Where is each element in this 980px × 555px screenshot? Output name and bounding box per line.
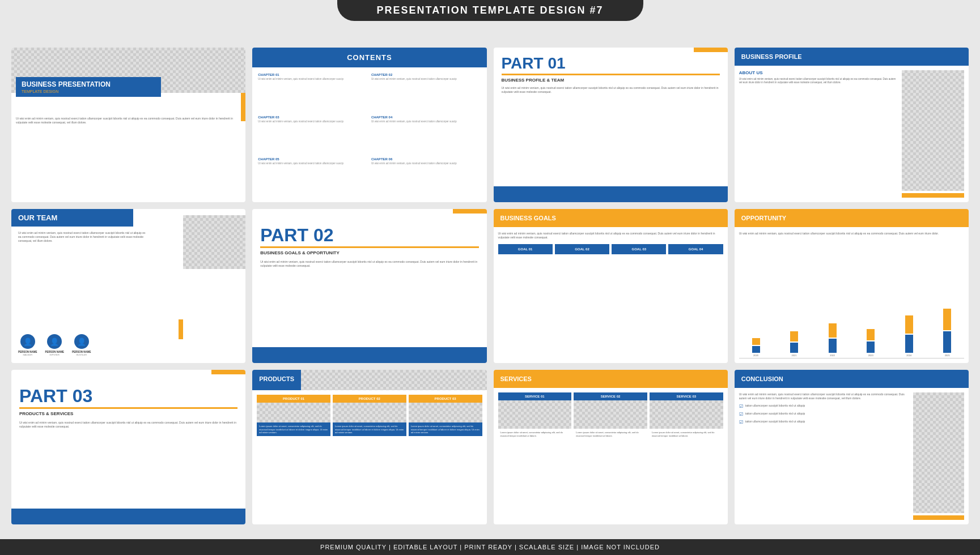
chart-group-2022: 2022 <box>816 239 850 357</box>
chart-group-2023: 2023 <box>854 239 888 357</box>
slide1-yellow-accent <box>241 93 245 121</box>
slide6-body: Ut wisi enim ad minim veniam, quis nostr… <box>260 260 478 342</box>
team-role-1: HACKER <box>23 353 32 356</box>
slide7-content: Ut wisi enim ad minim veniam, quis nostr… <box>494 227 728 364</box>
bar-blue-2023 <box>867 341 875 353</box>
chapter-06-text: Ut wisi enim ad minim veniam, quis nostr… <box>371 162 481 165</box>
bar-yellow-2023 <box>867 329 875 340</box>
service-01-title: SERVICE 01 <box>498 392 572 400</box>
chapter-05-title: CHAPTER 05 <box>258 157 368 161</box>
slide11-services-row: SERVICE 01 Lorem ipsum dolor sit amet, c… <box>498 392 723 439</box>
slide12-yellow-bar <box>913 515 964 520</box>
chapter-02-title: CHAPTER 02 <box>371 73 481 76</box>
slide8-chart: 2020 2021 2022 <box>739 239 964 359</box>
service-02: SERVICE 02 Lorem ipsum dolor sit amet, c… <box>574 392 647 439</box>
product-01-title: PRODUCT 01 <box>257 395 330 403</box>
slide11-header: SERVICES <box>494 370 728 388</box>
slide4-image <box>902 70 964 191</box>
team-role-3: HUSTLER <box>76 353 87 356</box>
product-01-image <box>257 403 330 422</box>
bar-yellow-2025 <box>943 309 951 330</box>
slide9-yellow-accent <box>211 370 245 374</box>
slide12-body: Ut wisi enim ad minim veniam, quis nostr… <box>739 392 909 400</box>
chapter-01: CHAPTER 01 Ut wisi enim ad minim veniam,… <box>258 73 368 112</box>
bar-yellow-2021 <box>790 331 798 341</box>
bar-yellow-2022 <box>829 323 837 338</box>
service-02-title: SERVICE 02 <box>574 392 647 400</box>
slide-business-goals: BUSINESS GOALS Ut wisi enim ad minim ven… <box>494 209 728 364</box>
slide4-about-title: ABOUT US <box>739 70 897 75</box>
bar-blue-2024 <box>905 335 913 353</box>
product-02-image <box>333 403 406 422</box>
bar-yellow-2024 <box>905 315 913 334</box>
goal-02: GOAL 02 <box>555 244 609 254</box>
slide4-content: ABOUT US Ut wisi enim ad minim veniam, q… <box>735 66 969 202</box>
slide2-chapters: CHAPTER 01 Ut wisi enim ad minim veniam,… <box>252 67 486 202</box>
chart-group-2020: 2020 <box>739 239 773 357</box>
slide10-header: PRODUCTS <box>252 370 301 390</box>
slide2-header: CONTENTS <box>252 48 486 67</box>
year-2022: 2022 <box>830 354 835 357</box>
slide-part01: PART 01 BUSINESS PROFILE & TEAM Ut wisi … <box>494 48 728 202</box>
slide10-top: PRODUCTS <box>252 370 486 390</box>
slide5-image <box>183 215 245 269</box>
bar-blue-2020 <box>752 346 760 353</box>
product-02-text: Lorem ipsum dolor sit amet, consectetur … <box>333 422 406 436</box>
avatar-3: 👤 <box>74 334 89 349</box>
slide7-body: Ut wisi enim ad minim veniam, quis nostr… <box>498 232 723 240</box>
check-item-1: ☑ tation ullamcorper suscipit lobortis n… <box>739 404 909 409</box>
slide9-content: PART 03 PRODUCTS & SERVICES Ut wisi enim… <box>11 370 245 509</box>
slide3-content: PART 01 BUSINESS PROFILE & TEAM Ut wisi … <box>494 48 728 186</box>
slide-business-profile: BUSINESS PROFILE ABOUT US Ut wisi enim a… <box>735 48 969 202</box>
slide6-part-subtitle: BUSINESS GOALS & OPPORTUNITY <box>260 246 478 255</box>
slide8-header: OPPORTUNITY <box>735 209 969 227</box>
chapter-03-title: CHAPTER 03 <box>258 116 368 119</box>
chapter-04-text: Ut wisi enim ad minim veniam, quis nostr… <box>371 120 481 123</box>
chapter-04: CHAPTER 04 Ut wisi enim ad minim veniam,… <box>371 116 481 155</box>
slide5-team-row: 👤 PERSON NAME HACKER 👤 PERSON NAME HIPST… <box>18 334 239 358</box>
bar-blue-2025 <box>943 331 951 353</box>
chapter-05: CHAPTER 05 Ut wisi enim ad minim veniam,… <box>258 157 368 197</box>
slide6-part-label: PART 02 <box>260 226 478 244</box>
chapter-01-text: Ut wisi enim ad minim veniam, quis nostr… <box>258 78 368 81</box>
team-member-3: 👤 PERSON NAME HUSTLER <box>72 334 91 356</box>
service-02-text: Lorem ipsum dolor sit amet, consectetur … <box>574 429 647 439</box>
check-text-3: tation ullamcorper suscipit lobortis nis… <box>745 420 805 424</box>
check-text-2: tation ullamcorper suscipit lobortis nis… <box>745 412 805 416</box>
slide8-content: Ut wisi enim ad minim veniam, quis nostr… <box>735 227 969 364</box>
slide7-header: BUSINESS GOALS <box>494 209 728 227</box>
slide1-blue-box: BUSINESS PRESENTATION TEMPLATE DESIGN <box>16 77 161 97</box>
service-03-title: SERVICE 03 <box>650 392 723 400</box>
chapter-06-title: CHAPTER 06 <box>371 157 481 161</box>
slide-contents: CONTENTS CHAPTER 01 Ut wisi enim ad mini… <box>252 48 486 202</box>
slides-grid: BUSINESS PRESENTATION TEMPLATE DESIGN Ut… <box>0 20 980 547</box>
slide5-body: Ut wisi enim ad minim veniam, quis nostr… <box>18 231 146 243</box>
slide5-yellow-accent <box>179 319 183 339</box>
slide1-title: BUSINESS PRESENTATION <box>22 80 155 88</box>
team-member-2: 👤 PERSON NAME HIPSTER <box>45 334 65 356</box>
slide-products: PRODUCTS PRODUCT 01 Lorem ipsum dolor si… <box>252 370 486 524</box>
slide9-body: Ut wisi enim ad minim veniam, quis nostr… <box>19 421 237 503</box>
slide-part03: PART 03 PRODUCTS & SERVICES Ut wisi enim… <box>11 370 245 524</box>
service-01-text: Lorem ipsum dolor sit amet, consectetur … <box>498 429 572 439</box>
service-02-image <box>574 400 647 429</box>
product-03: PRODUCT 03 Lorem ipsum dolor sit amet, c… <box>409 395 482 436</box>
slide3-blue-bar <box>494 186 728 202</box>
chart-group-2024: 2024 <box>892 239 926 357</box>
slide4-right <box>902 70 964 198</box>
slide3-body: Ut wisi enim ad minim veniam, quis nostr… <box>502 86 720 178</box>
check-item-3: ☑ tation ullamcorper suscipit lobortis n… <box>739 420 909 425</box>
chapter-04-title: CHAPTER 04 <box>371 116 481 119</box>
slide12-header: CONCLUSION <box>735 370 969 388</box>
header-banner: PRESENTATION TEMPLATE DESIGN #7 <box>337 0 643 21</box>
goal-03: GOAL 03 <box>612 244 666 254</box>
year-2023: 2023 <box>868 354 873 357</box>
chart-group-2021: 2021 <box>777 239 811 357</box>
chapter-03: CHAPTER 03 Ut wisi enim ad minim veniam,… <box>258 116 368 155</box>
slide11-content: SERVICE 01 Lorem ipsum dolor sit amet, c… <box>494 388 728 524</box>
slide-conclusion: CONCLUSION Ut wisi enim ad minim veniam,… <box>735 370 969 524</box>
slide12-content: Ut wisi enim ad minim veniam, quis nostr… <box>735 388 969 524</box>
slide8-body: Ut wisi enim ad minim veniam, quis nostr… <box>739 232 964 236</box>
service-01: SERVICE 01 Lorem ipsum dolor sit amet, c… <box>498 392 572 439</box>
chapter-01-title: CHAPTER 01 <box>258 73 368 76</box>
